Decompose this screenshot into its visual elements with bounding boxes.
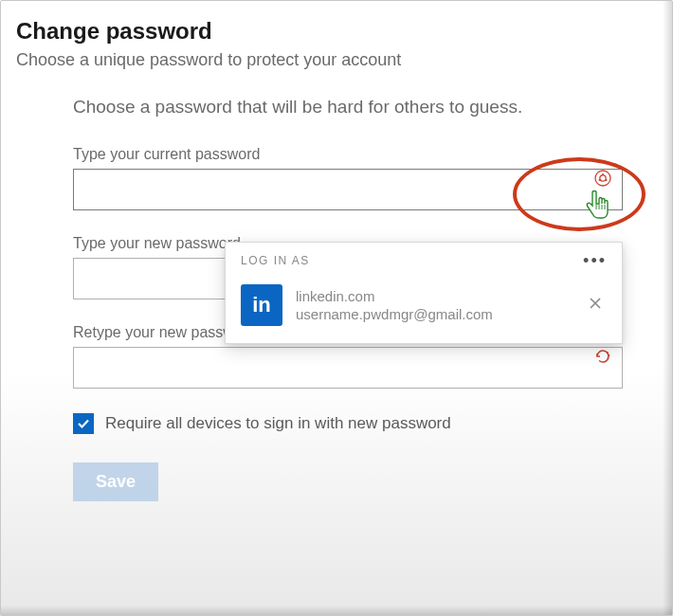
- linkedin-icon: in: [241, 284, 282, 326]
- popup-title: LOG IN AS: [241, 254, 310, 267]
- current-password-group: Type your current password: [73, 146, 623, 210]
- popup-more-icon[interactable]: •••: [583, 256, 607, 265]
- password-manager-trigger-icon[interactable]: [592, 168, 613, 189]
- svg-point-4: [599, 179, 601, 181]
- credential-row[interactable]: in linkedin.com username.pwdmgr@gmail.co…: [226, 275, 622, 343]
- popup-header: LOG IN AS •••: [226, 243, 622, 275]
- decorative-shadow: [1, 606, 672, 615]
- save-button[interactable]: Save: [73, 462, 158, 501]
- page-title: Change password: [16, 18, 672, 45]
- require-signin-checkbox[interactable]: [73, 413, 94, 434]
- form-helper-text: Choose a password that will be hard for …: [73, 97, 672, 118]
- credential-username: username.pwdmgr@gmail.com: [296, 306, 571, 322]
- svg-point-0: [595, 171, 610, 186]
- current-password-input[interactable]: [73, 169, 623, 210]
- credential-info: linkedin.com username.pwdmgr@gmail.com: [296, 288, 571, 322]
- password-generator-icon[interactable]: [592, 346, 613, 367]
- require-signin-label: Require all devices to sign in with new …: [105, 414, 451, 433]
- svg-point-5: [607, 352, 609, 353]
- svg-point-6: [609, 354, 610, 356]
- retype-password-input[interactable]: [73, 347, 623, 389]
- require-signin-row: Require all devices to sign in with new …: [73, 413, 623, 434]
- current-password-label: Type your current password: [73, 146, 623, 163]
- svg-point-7: [608, 357, 609, 359]
- svg-point-2: [602, 173, 604, 175]
- page-subtitle: Choose a unique password to protect your…: [16, 50, 672, 70]
- close-icon[interactable]: [584, 292, 607, 318]
- password-manager-popup: LOG IN AS ••• in linkedin.com username.p…: [225, 242, 623, 344]
- decorative-shadow: [663, 1, 672, 615]
- svg-point-1: [600, 175, 606, 181]
- svg-point-3: [606, 179, 608, 181]
- credential-site: linkedin.com: [296, 288, 571, 304]
